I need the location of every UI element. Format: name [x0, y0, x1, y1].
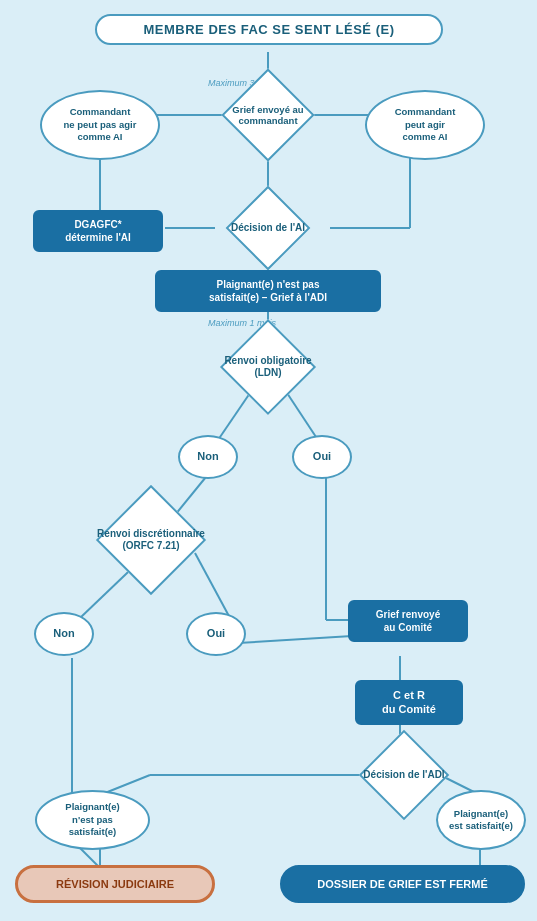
box-grief-renvoye: Grief renvoyé au Comité — [348, 600, 468, 642]
box-plaignant-adi: Plaignant(e) n'est pas satisfait(e) – Gr… — [155, 270, 381, 312]
oval-cmd-non: Commandant ne peut pas agir comme AI — [40, 90, 160, 160]
oval-non2: Non — [34, 612, 94, 656]
oval-oui1: Oui — [292, 435, 352, 479]
diamond-renvoi-obligatoire: Renvoi obligatoire (LDN) — [213, 330, 323, 404]
diamond-decision-adi: Décision de l'ADI — [349, 740, 459, 810]
box-dgagfc: DGAGFC* détermine l'AI — [33, 210, 163, 252]
oval-oui2: Oui — [186, 612, 246, 656]
oval-plaignant-oui: Plaignant(e) est satisfait(e) — [436, 790, 526, 850]
terminal-revision: RÉVISION JUDICIAIRE — [15, 865, 215, 903]
oval-cmd-oui: Commandant peut agir comme AI — [365, 90, 485, 160]
flowchart: MEMBRE DES FAC SE SENT LÉSÉ (E) Maximum … — [0, 0, 537, 921]
diamond-decision-ai: Décision de l'AI — [208, 198, 328, 258]
diamond-renvoi-discretionnaire: Renvoi discrétionnaire (ORFC 7.21) — [86, 500, 216, 580]
top-title: MEMBRE DES FAC SE SENT LÉSÉ (E) — [95, 14, 443, 45]
svg-line-18 — [238, 636, 352, 643]
diamond-grief-commandant: Grief envoyé au commandant — [213, 80, 323, 150]
box-c-et-r: C et R du Comité — [355, 680, 463, 725]
oval-non1: Non — [178, 435, 238, 479]
oval-plaignant-non: Plaignant(e) n'est pas satisfait(e) — [35, 790, 150, 850]
terminal-dossier: DOSSIER DE GRIEF EST FERMÉ — [280, 865, 525, 903]
